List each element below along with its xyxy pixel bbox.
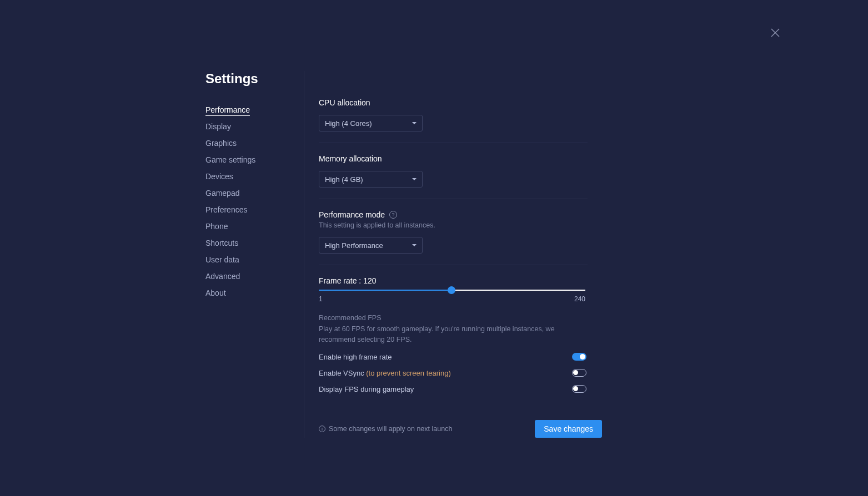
slider-min-label: 1 xyxy=(319,295,323,303)
settings-content: CPU allocation High (4 Cores) Memory all… xyxy=(304,71,588,438)
high-frame-rate-toggle[interactable] xyxy=(572,353,586,361)
close-icon xyxy=(770,28,780,38)
help-icon[interactable]: ? xyxy=(389,211,397,219)
sidebar-item-label: Performance xyxy=(205,105,250,116)
page-title: Settings xyxy=(205,71,258,87)
sidebar-item-label: Shortcuts xyxy=(205,239,238,247)
info-icon: i xyxy=(319,426,325,432)
sidebar-item-preferences[interactable]: Preferences xyxy=(205,201,293,218)
performance-mode-hint: This setting is applied to all instances… xyxy=(319,221,588,229)
footer-note-text: Some changes will apply on next launch xyxy=(329,425,452,433)
toggle-knob xyxy=(573,370,578,375)
sidebar-item-advanced[interactable]: Advanced xyxy=(205,268,293,285)
sidebar-item-label: Preferences xyxy=(205,205,247,214)
frame-rate-slider[interactable] xyxy=(319,290,585,291)
sidebar-item-label: Gamepad xyxy=(205,189,239,198)
sidebar-item-label: About xyxy=(205,289,226,297)
cpu-allocation-select[interactable]: High (4 Cores) xyxy=(319,115,423,131)
recommended-fps-title: Recommended FPS xyxy=(319,314,588,322)
frame-rate-label: Frame rate : 120 xyxy=(319,276,588,285)
memory-allocation-label: Memory allocation xyxy=(319,154,588,163)
vsync-label: Enable VSync (to prevent screen tearing) xyxy=(319,369,451,377)
recommended-fps-text: Play at 60 FPS for smooth gameplay. If y… xyxy=(319,324,585,345)
cpu-allocation-value: High (4 Cores) xyxy=(325,119,372,128)
sidebar-item-label: Devices xyxy=(205,172,233,181)
display-fps-toggle[interactable] xyxy=(572,385,586,393)
settings-sidebar: Performance Display Graphics Game settin… xyxy=(205,71,304,438)
sidebar-item-graphics[interactable]: Graphics xyxy=(205,135,293,151)
sidebar-item-shortcuts[interactable]: Shortcuts xyxy=(205,235,293,251)
sidebar-item-label: Phone xyxy=(205,222,228,231)
performance-mode-value: High Performance xyxy=(325,241,383,250)
sidebar-item-label: Advanced xyxy=(205,272,240,281)
sidebar-item-label: Graphics xyxy=(205,139,237,148)
sidebar-item-label: User data xyxy=(205,255,239,264)
memory-allocation-select[interactable]: High (4 GB) xyxy=(319,171,423,188)
sidebar-item-phone[interactable]: Phone xyxy=(205,218,293,235)
sidebar-item-devices[interactable]: Devices xyxy=(205,168,293,185)
display-fps-label: Display FPS during gameplay xyxy=(319,385,414,393)
cpu-allocation-label: CPU allocation xyxy=(319,98,588,107)
vsync-toggle[interactable] xyxy=(572,369,586,377)
sidebar-item-gamepad[interactable]: Gamepad xyxy=(205,185,293,201)
performance-mode-select[interactable]: High Performance xyxy=(319,237,423,254)
sidebar-item-display[interactable]: Display xyxy=(205,118,293,135)
sidebar-item-game-settings[interactable]: Game settings xyxy=(205,151,293,168)
chevron-down-icon xyxy=(412,244,417,246)
chevron-down-icon xyxy=(412,178,417,180)
sidebar-item-user-data[interactable]: User data xyxy=(205,251,293,268)
save-changes-button[interactable]: Save changes xyxy=(535,420,602,438)
slider-fill xyxy=(319,290,451,291)
sidebar-item-about[interactable]: About xyxy=(205,285,293,301)
sidebar-item-label: Game settings xyxy=(205,155,255,164)
slider-max-label: 240 xyxy=(574,295,585,303)
slider-thumb[interactable] xyxy=(448,286,455,294)
memory-allocation-value: High (4 GB) xyxy=(325,175,363,184)
toggle-knob xyxy=(580,354,585,360)
chevron-down-icon xyxy=(412,122,417,124)
sidebar-item-label: Display xyxy=(205,122,231,131)
sidebar-item-performance[interactable]: Performance xyxy=(205,102,293,118)
toggle-knob xyxy=(573,386,578,391)
high-frame-rate-label: Enable high frame rate xyxy=(319,353,392,361)
close-button[interactable] xyxy=(770,28,780,38)
performance-mode-label: Performance mode xyxy=(319,210,385,219)
